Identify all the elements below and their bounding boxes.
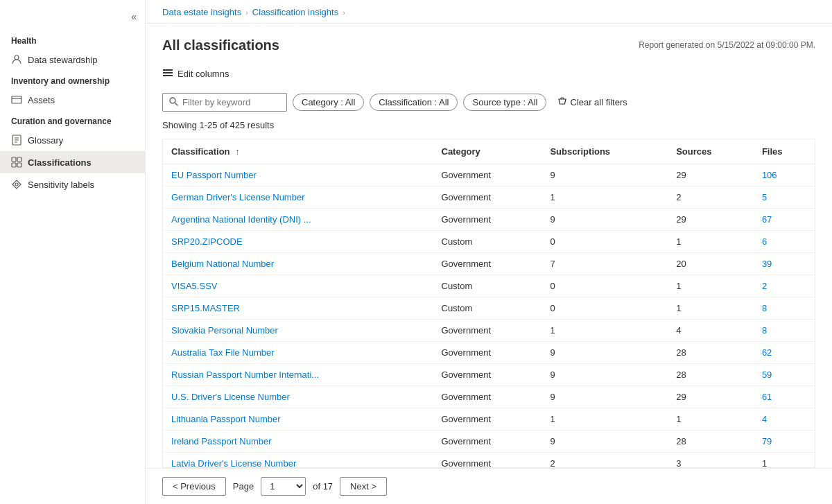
table-row: SRP20.ZIPCODE Custom 0 1 6 bbox=[163, 231, 815, 253]
col-classification-label: Classification bbox=[171, 146, 230, 157]
data-stewardship-icon bbox=[11, 54, 22, 65]
col-files[interactable]: Files bbox=[754, 139, 815, 164]
cell-category: Government bbox=[433, 186, 542, 209]
col-subscriptions[interactable]: Subscriptions bbox=[541, 139, 668, 164]
table-row: German Driver's License Number Governmen… bbox=[163, 186, 815, 209]
col-classification[interactable]: Classification ↑ bbox=[163, 139, 433, 164]
sidebar-collapse-button[interactable]: « bbox=[128, 8, 139, 25]
cell-classification[interactable]: Latvia Driver's License Number bbox=[163, 453, 433, 469]
table-container[interactable]: Classification ↑ Category Subscriptions … bbox=[162, 139, 815, 468]
cell-files[interactable]: 59 bbox=[754, 364, 815, 386]
cell-classification[interactable]: SRP15.MASTER bbox=[163, 297, 433, 320]
cell-files[interactable]: 67 bbox=[754, 209, 815, 231]
cell-classification[interactable]: U.S. Driver's License Number bbox=[163, 386, 433, 408]
previous-button[interactable]: < Previous bbox=[162, 477, 226, 496]
sensitivity-icon bbox=[11, 179, 22, 190]
cell-subscriptions: 9 bbox=[541, 364, 668, 386]
svg-point-7 bbox=[15, 183, 18, 186]
sidebar-item-data-stewardship[interactable]: Data stewardship bbox=[0, 49, 145, 71]
cell-subscriptions: 9 bbox=[541, 164, 668, 186]
cell-category: Government bbox=[433, 253, 542, 275]
cell-category: Government bbox=[433, 453, 542, 469]
cell-files[interactable]: 2 bbox=[754, 275, 815, 297]
cell-files[interactable]: 62 bbox=[754, 342, 815, 364]
cell-sources: 28 bbox=[668, 364, 754, 386]
cell-sources: 20 bbox=[668, 253, 754, 275]
cell-subscriptions: 1 bbox=[541, 186, 668, 209]
cell-files[interactable]: 61 bbox=[754, 386, 815, 408]
cell-classification[interactable]: SRP20.ZIPCODE bbox=[163, 231, 433, 253]
cell-sources: 1 bbox=[668, 231, 754, 253]
results-count: Showing 1-25 of 425 results bbox=[162, 120, 815, 130]
keyword-input[interactable] bbox=[182, 97, 279, 107]
cell-files[interactable]: 5 bbox=[754, 186, 815, 209]
table-row: U.S. Driver's License Number Government … bbox=[163, 386, 815, 408]
cell-files[interactable]: 8 bbox=[754, 297, 815, 320]
cell-files[interactable]: 106 bbox=[754, 164, 815, 186]
table-row: Lithuania Passport Number Government 1 1… bbox=[163, 408, 815, 431]
col-sources-label: Sources bbox=[676, 146, 711, 157]
breadcrumb-data-estate[interactable]: Data estate insights bbox=[162, 7, 241, 17]
cell-subscriptions: 9 bbox=[541, 209, 668, 231]
cell-category: Custom bbox=[433, 231, 542, 253]
cell-files: 1 bbox=[754, 453, 815, 469]
cell-category: Government bbox=[433, 342, 542, 364]
clear-filters-button[interactable]: Clear all filters bbox=[552, 94, 632, 111]
cell-sources: 28 bbox=[668, 431, 754, 453]
cell-files[interactable]: 79 bbox=[754, 431, 815, 453]
cell-sources: 29 bbox=[668, 386, 754, 408]
sidebar-item-sensitivity-labels[interactable]: Sensitivity labels bbox=[0, 173, 145, 195]
cell-subscriptions: 0 bbox=[541, 297, 668, 320]
edit-columns-icon bbox=[162, 67, 173, 80]
cell-classification[interactable]: EU Passport Number bbox=[163, 164, 433, 186]
cell-classification[interactable]: Australia Tax File Number bbox=[163, 342, 433, 364]
sidebar-item-glossary[interactable]: Glossary bbox=[0, 129, 145, 151]
sidebar: « Health Data stewardship Inventory and … bbox=[0, 0, 146, 504]
source-type-filter[interactable]: Source type : All bbox=[463, 94, 546, 111]
table-row: VISA5.SSV Custom 0 1 2 bbox=[163, 275, 815, 297]
breadcrumb: Data estate insights › Classification in… bbox=[146, 0, 832, 24]
classification-filter[interactable]: Classification : All bbox=[370, 94, 458, 111]
cell-classification[interactable]: Slovakia Personal Number bbox=[163, 320, 433, 342]
svg-rect-1 bbox=[12, 96, 21, 103]
glossary-icon bbox=[11, 134, 22, 146]
page-label: Page bbox=[233, 481, 254, 492]
cell-sources: 29 bbox=[668, 164, 754, 186]
cell-subscriptions: 1 bbox=[541, 320, 668, 342]
cell-classification[interactable]: German Driver's License Number bbox=[163, 186, 433, 209]
cell-subscriptions: 0 bbox=[541, 231, 668, 253]
col-sources[interactable]: Sources bbox=[668, 139, 754, 164]
col-category[interactable]: Category bbox=[433, 139, 542, 164]
cell-category: Government bbox=[433, 364, 542, 386]
page-select[interactable]: 1234567891011121314151617 bbox=[261, 477, 306, 496]
cell-files[interactable]: 6 bbox=[754, 231, 815, 253]
next-button[interactable]: Next > bbox=[340, 477, 387, 496]
sidebar-item-assets[interactable]: Assets bbox=[0, 89, 145, 111]
cell-files[interactable]: 8 bbox=[754, 320, 815, 342]
cell-category: Government bbox=[433, 209, 542, 231]
cell-subscriptions: 9 bbox=[541, 386, 668, 408]
category-filter[interactable]: Category : All bbox=[293, 94, 364, 111]
cell-classification[interactable]: VISA5.SSV bbox=[163, 275, 433, 297]
cell-classification[interactable]: Belgium National Number bbox=[163, 253, 433, 275]
cell-classification[interactable]: Ireland Passport Number bbox=[163, 431, 433, 453]
assets-icon bbox=[11, 94, 22, 105]
cell-files[interactable]: 39 bbox=[754, 253, 815, 275]
edit-columns-button[interactable]: Edit columns bbox=[162, 64, 815, 83]
cell-classification[interactable]: Lithuania Passport Number bbox=[163, 408, 433, 431]
table-row: SRP15.MASTER Custom 0 1 8 bbox=[163, 297, 815, 320]
cell-classification[interactable]: Russian Passport Number Internati... bbox=[163, 364, 433, 386]
sidebar-section-curation: Curation and governance bbox=[0, 111, 145, 129]
breadcrumb-sep-2: › bbox=[343, 8, 345, 17]
cell-files[interactable]: 4 bbox=[754, 408, 815, 431]
cell-category: Custom bbox=[433, 297, 542, 320]
svg-point-11 bbox=[170, 98, 175, 103]
clear-filters-label: Clear all filters bbox=[570, 97, 627, 107]
sidebar-item-classifications[interactable]: Classifications bbox=[0, 151, 145, 173]
svg-rect-3 bbox=[12, 157, 16, 162]
edit-columns-label: Edit columns bbox=[177, 69, 229, 79]
breadcrumb-classification-insights[interactable]: Classification insights bbox=[252, 7, 338, 17]
main-content: Data estate insights › Classification in… bbox=[146, 0, 832, 504]
cell-sources: 4 bbox=[668, 320, 754, 342]
cell-classification[interactable]: Argentina National Identity (DNI) ... bbox=[163, 209, 433, 231]
